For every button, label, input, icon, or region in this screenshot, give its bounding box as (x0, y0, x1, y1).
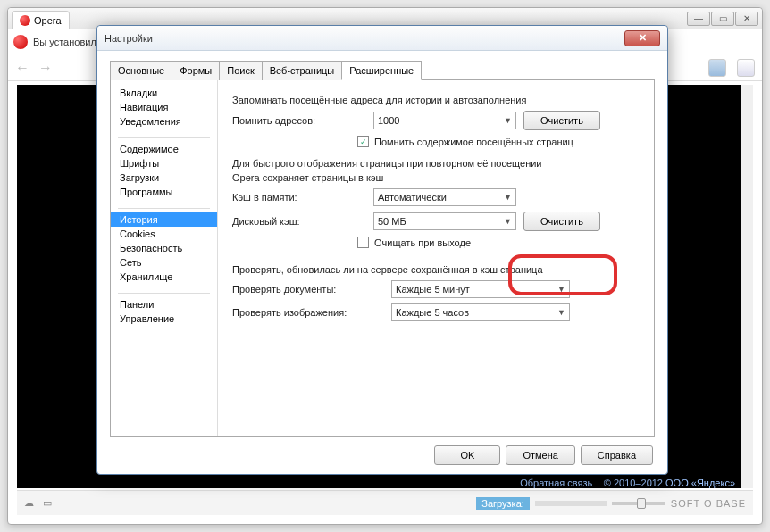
back-icon[interactable]: ← (15, 60, 29, 76)
sidebar-item-content[interactable]: Содержимое (111, 142, 217, 156)
yandex-footer: Обратная связь © 2010–2012 ООО «Яндекс» (520, 478, 735, 488)
settings-pane: Запоминать посещённые адреса для истории… (218, 80, 654, 436)
sidebar-item-tabs[interactable]: Вкладки (111, 86, 217, 100)
cancel-button[interactable]: Отмена (506, 445, 574, 465)
sidebar-item-notifications[interactable]: Уведомления (111, 114, 217, 129)
remember-content-label: Помнить содержимое посещённых страниц (374, 137, 573, 147)
check-images-label: Проверять изображения: (232, 307, 384, 318)
sidebar-item-panels[interactable]: Панели (111, 297, 217, 312)
sidebar-item-fonts[interactable]: Шрифты (111, 156, 217, 170)
chevron-down-icon: ▼ (504, 116, 512, 125)
opera-icon (13, 35, 28, 49)
sidebar-item-downloads[interactable]: Загрузки (111, 170, 217, 185)
tab-general[interactable]: Основные (110, 61, 172, 80)
statusbar: ☁ ▭ Загрузка: SOFT O BASE (17, 490, 753, 515)
side-list: Вкладки Навигация Уведомления Содержимое… (111, 80, 218, 436)
chevron-down-icon: ▼ (504, 217, 512, 226)
remember-content-checkbox[interactable]: ✓ (357, 136, 369, 147)
sidebar-item-navigation[interactable]: Навигация (111, 100, 217, 114)
tab-webpages[interactable]: Веб-страницы (262, 61, 343, 80)
zoom-slider[interactable] (612, 502, 665, 505)
remember-addresses-select[interactable]: 1000▼ (373, 112, 516, 129)
minimize-button[interactable]: — (687, 12, 710, 26)
sidebar-item-security[interactable]: Безопасность (111, 241, 217, 255)
progress-bar (535, 501, 607, 506)
window-controls: — ▭ ✕ (687, 12, 758, 26)
check-update-description: Проверять, обновилась ли на сервере сохр… (232, 264, 640, 275)
toolbar-icon[interactable] (708, 59, 726, 77)
close-window-button[interactable]: ✕ (735, 12, 758, 26)
watermark: SOFT O BASE (671, 498, 746, 509)
tabs-row: Основные Формы Поиск Веб-страницы Расшир… (110, 60, 655, 80)
page-label: Вы установил (33, 37, 96, 47)
ok-button[interactable]: OK (434, 445, 500, 465)
chevron-down-icon: ▼ (504, 193, 512, 202)
cloud-icon[interactable]: ☁ (24, 497, 34, 509)
cache-description-1: Для быстрого отображения страницы при по… (232, 158, 640, 169)
tab-advanced[interactable]: Расширенные (341, 61, 422, 80)
maximize-button[interactable]: ▭ (711, 12, 734, 26)
clear-disk-cache-button[interactable]: Очистить (523, 212, 600, 231)
sidebar-item-management[interactable]: Управление (111, 312, 217, 326)
clear-history-button[interactable]: Очистить (523, 111, 600, 130)
sidebar-item-history[interactable]: История (111, 212, 217, 227)
sidebar-item-storage[interactable]: Хранилище (111, 270, 217, 284)
memory-cache-select[interactable]: Автоматически▼ (373, 188, 516, 206)
dialog-footer: OK Отмена Справка (434, 445, 653, 465)
clear-on-exit-checkbox[interactable] (357, 237, 369, 248)
cache-description-2: Opera сохраняет страницы в кэш (232, 172, 640, 183)
chevron-down-icon: ▼ (557, 285, 565, 294)
remember-addresses-label: Помнить адресов: (232, 115, 366, 126)
sidebar-item-cookies[interactable]: Cookies (111, 227, 217, 241)
toolbar-icon[interactable] (737, 59, 755, 77)
camera-icon[interactable]: ▭ (43, 497, 52, 509)
memory-cache-label: Кэш в памяти: (232, 192, 366, 203)
loading-indicator: Загрузка: (476, 497, 530, 510)
settings-dialog: Настройки ✕ Основные Формы Поиск Веб-стр… (96, 25, 668, 475)
sidebar-item-programs[interactable]: Программы (111, 185, 217, 199)
remember-description: Запоминать посещённые адреса для истории… (232, 95, 640, 105)
dialog-body: Основные Формы Поиск Веб-страницы Расшир… (97, 51, 667, 446)
vertical-scrollbar[interactable] (741, 85, 753, 488)
chevron-down-icon: ▼ (557, 308, 565, 317)
help-button[interactable]: Справка (581, 445, 653, 465)
check-images-select[interactable]: Каждые 5 часов▼ (391, 303, 570, 321)
check-documents-select[interactable]: Каждые 5 минут▼ (391, 280, 570, 298)
tab-title: Opera (34, 15, 62, 26)
disk-cache-label: Дисковый кэш: (232, 216, 366, 227)
clear-on-exit-label: Очищать при выходе (374, 237, 471, 248)
check-documents-label: Проверять документы: (232, 284, 384, 295)
dialog-titlebar[interactable]: Настройки ✕ (97, 26, 667, 51)
disk-cache-select[interactable]: 50 МБ▼ (373, 212, 516, 230)
dialog-title: Настройки (105, 33, 153, 44)
copyright-text: © 2010–2012 ООО «Яндекс» (604, 478, 735, 488)
feedback-link[interactable]: Обратная связь (520, 478, 592, 488)
browser-tab[interactable]: Opera (12, 11, 70, 29)
tab-search[interactable]: Поиск (219, 61, 262, 80)
tab-content: Вкладки Навигация Уведомления Содержимое… (110, 80, 655, 437)
sidebar-item-network[interactable]: Сеть (111, 255, 217, 270)
close-icon[interactable]: ✕ (624, 30, 660, 46)
opera-icon (20, 15, 30, 26)
forward-icon[interactable]: → (38, 60, 53, 76)
tab-forms[interactable]: Формы (172, 61, 220, 80)
